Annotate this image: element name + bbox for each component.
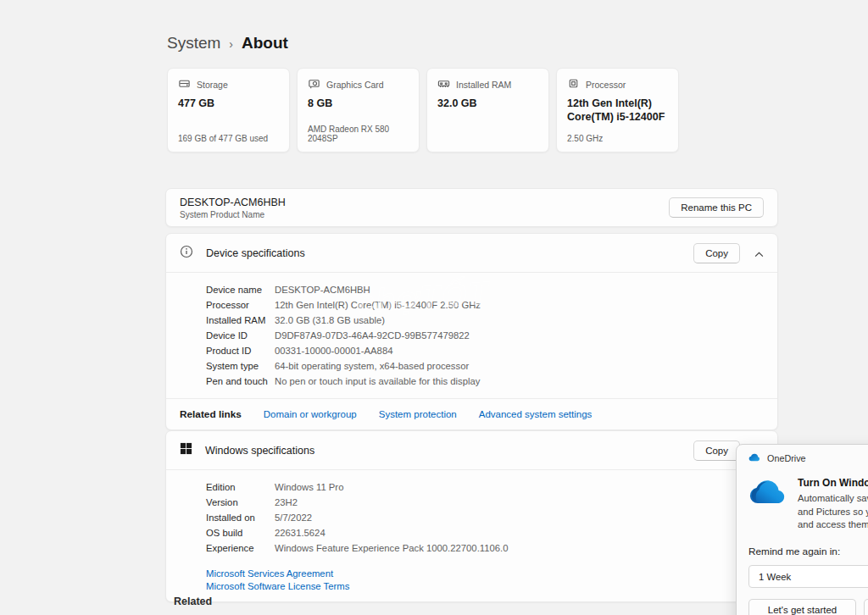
device-spec-rows: Device nameDESKTOP-ACM6HBH Processor12th… [166,273,777,398]
spec-row-product-id: Product ID00331-10000-00001-AA884 [206,343,764,358]
breadcrumb-separator-icon: › [229,36,233,51]
cpu-icon [567,77,580,91]
onedrive-cloud-icon [748,477,787,532]
link-system-protection[interactable]: System protection [379,409,457,419]
related-section-title: Related [174,596,212,607]
page-title: About [242,34,288,53]
device-product-name: System Product Name [180,210,286,219]
device-name-card: DESKTOP-ACM6HBH System Product Name Rena… [165,188,778,227]
onedrive-popup: OneDrive Turn On Windows Backup Automati… [736,444,868,615]
spec-row-system-type: System type64-bit operating system, x64-… [206,358,764,374]
storage-icon [178,77,191,91]
ram-card-value: 32.0 GB [437,97,538,111]
lets-get-started-button[interactable]: Let's get started [748,599,856,615]
rename-pc-button[interactable]: Rename this PC [669,197,764,218]
spec-row-pen-touch: Pen and touchNo pen or touch input is av… [206,374,764,389]
windows-specifications-card: Windows specifications Copy EditionWindo… [165,430,778,602]
spec-row-edition: EditionWindows 11 Pro [206,479,764,495]
device-specs-copy-button[interactable]: Copy [693,243,740,263]
windows-specs-copy-button[interactable]: Copy [693,440,740,461]
graphics-card: Graphics Card 8 GB AMD Radeon RX 580 204… [297,68,420,152]
device-specifications-header[interactable]: Device specifications Copy [166,234,777,272]
graphics-card-value: 8 GB [308,97,409,111]
storage-card-value: 477 GB [178,97,279,111]
device-specifications-card: Device specifications Copy Device nameDE… [165,233,778,430]
spec-row-installed-on: Installed on5/7/2022 [206,510,764,525]
windows-spec-rows: EditionWindows 11 Pro Version23H2 Instal… [166,470,777,565]
onedrive-small-icon [748,453,760,463]
graphics-card-detail: AMD Radeon RX 580 2048SP [308,125,409,143]
windows-specifications-title: Windows specifications [205,445,314,457]
spec-row-installed-ram: Installed RAM32.0 GB (31.8 GB usable) [206,313,764,328]
device-specifications-title: Device specifications [206,247,305,259]
summary-cards-row: Storage 477 GB 169 GB of 477 GB used Gra… [167,68,679,152]
info-icon [180,245,193,262]
link-advanced-system-settings[interactable]: Advanced system settings [479,409,593,419]
spec-row-experience: ExperienceWindows Feature Experience Pac… [206,540,764,556]
storage-card: Storage 477 GB 169 GB of 477 GB used [167,68,290,152]
spec-row-device-name: Device nameDESKTOP-ACM6HBH [206,282,764,297]
microsoft-links: Microsoft Services Agreement Microsoft S… [166,565,777,601]
remind-label: Remind me again in: [748,546,868,557]
link-ms-services-agreement[interactable]: Microsoft Services Agreement [206,568,764,579]
device-name: DESKTOP-ACM6HBH [180,197,286,208]
onedrive-popup-body: Automatically save your Desktop, Documen… [798,492,868,532]
spec-row-processor: Processor12th Gen Intel(R) Core(TM) i5-1… [206,297,764,313]
onedrive-popup-title: Turn On Windows Backup [798,477,868,489]
related-links-row: Related links Domain or workgroup System… [166,399,777,429]
processor-card-detail: 2.50 GHz [567,134,668,143]
ram-card-label: Installed RAM [456,80,511,90]
ram-card: Installed RAM 32.0 GB [426,68,549,152]
ram-icon [437,77,450,91]
link-domain-or-workgroup[interactable]: Domain or workgroup [264,409,357,419]
windows-logo-icon [180,442,192,458]
processor-card-value: 12th Gen Intel(R) Core(TM) i5-12400F [567,97,668,124]
remind-interval-select[interactable]: 1 Week [748,565,868,588]
storage-card-detail: 169 GB of 477 GB used [178,134,279,143]
processor-card: Processor 12th Gen Intel(R) Core(TM) i5-… [556,68,679,152]
onedrive-popup-app-name: OneDrive [767,453,806,463]
link-ms-software-license-terms[interactable]: Microsoft Software License Terms [206,581,764,591]
storage-card-label: Storage [197,80,228,90]
breadcrumb: System › About [167,34,288,53]
spec-row-device-id: Device IDD9DF87A9-07D3-46A4-92CD-99B5774… [206,328,764,343]
graphics-card-label: Graphics Card [326,80,384,90]
chevron-up-icon[interactable] [754,246,764,261]
remind-interval-value: 1 Week [759,572,791,582]
secondary-button[interactable] [864,599,868,615]
spec-row-os-build: OS build22631.5624 [206,525,764,540]
related-links-label: Related links [180,408,242,420]
breadcrumb-system[interactable]: System [167,34,220,53]
spec-row-version: Version23H2 [206,495,764,510]
gpu-icon [308,77,320,91]
windows-specifications-header[interactable]: Windows specifications Copy [166,431,777,469]
processor-card-label: Processor [586,80,626,90]
